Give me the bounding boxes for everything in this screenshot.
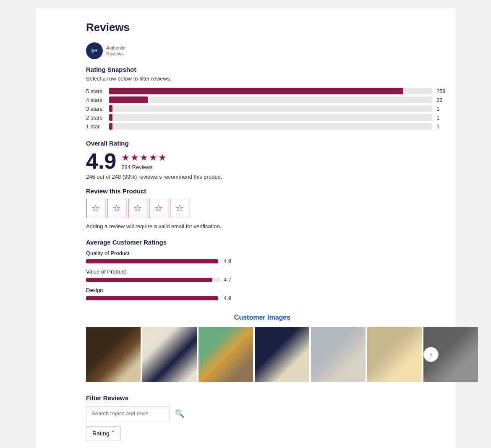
authentic-badge-icon: b+ [86, 42, 103, 59]
filter-hint: Select a row below to filter reviews. [86, 76, 439, 82]
rating-bars: 5 stars 259 4 stars 22 3 stars 1 2 stars… [86, 88, 439, 130]
rating-bar-fill [109, 105, 112, 112]
search-button[interactable]: 🔍 [173, 407, 186, 420]
attr-bar-row: 4.9 [86, 295, 439, 301]
customer-images-title: Customer Images [86, 314, 439, 321]
star-5: ★ [158, 152, 167, 163]
rating-row-label: 1 star [86, 123, 109, 130]
customer-image-thumb[interactable] [311, 327, 366, 382]
big-rating-score: 4.9 [86, 150, 116, 172]
overall-rating-row: 4.9 ★ ★ ★ ★ ★ 284 Reviews [86, 150, 439, 172]
rating-row[interactable]: 3 stars 1 [86, 105, 439, 112]
rating-bar-fill [109, 88, 403, 94]
customer-image-thumb[interactable] [367, 327, 422, 382]
customer-images-section: Customer Images › [86, 314, 439, 382]
rating-bar-track [109, 96, 432, 103]
review-product-title: Review this Product [86, 188, 439, 195]
attr-row: Quality of Product 4.9 [86, 250, 439, 264]
customer-image-thumb[interactable] [255, 327, 309, 382]
reviews-section: Reviews b+ Authentic Reviews Rating Snap… [36, 8, 455, 448]
rating-row[interactable]: 2 stars 1 [86, 114, 439, 121]
attr-bar-track [86, 278, 220, 282]
rating-row[interactable]: 4 stars 22 [86, 96, 439, 103]
overall-stars: ★ ★ ★ ★ ★ [121, 152, 167, 163]
overall-rating-title: Overall Rating [86, 140, 439, 147]
star-btn-1[interactable]: ☆ [86, 199, 105, 218]
rating-snapshot-title: Rating Snapshot [86, 66, 439, 73]
filter-reviews-title: Filter Reviews [86, 394, 439, 401]
star-btn-5[interactable]: ☆ [170, 199, 189, 218]
rating-bar-track [109, 105, 432, 112]
star-1: ★ [121, 152, 130, 163]
email-note: Adding a review will require a valid ema… [86, 223, 439, 229]
attr-bar-row: 4.7 [86, 276, 439, 283]
attr-row: Value of Product 4.7 [86, 268, 439, 283]
attr-bar-row: 4.9 [86, 258, 439, 264]
attr-value: 4.9 [224, 258, 231, 264]
avg-ratings-title: Average Customer Ratings [86, 239, 439, 246]
customer-image-thumb[interactable] [142, 327, 197, 382]
rating-row-label: 5 stars [86, 88, 109, 94]
rating-bar-track [109, 114, 432, 121]
authentic-badge: b+ Authentic Reviews [86, 42, 439, 59]
rating-bar-track [109, 123, 432, 130]
star-btn-3[interactable]: ☆ [128, 199, 147, 218]
attr-bar-fill [86, 259, 218, 263]
customer-images-row: › [86, 327, 439, 382]
review-count: 284 Reviews [121, 164, 167, 170]
star-2: ★ [131, 152, 139, 163]
images-next-button[interactable]: › [423, 347, 439, 362]
attr-row: Design 4.9 [86, 287, 439, 301]
star-4: ★ [149, 152, 157, 163]
avg-ratings-attrs: Quality of Product 4.9 Value of Product … [86, 250, 439, 301]
rating-bar-count: 1 [436, 106, 439, 112]
rating-bar-fill [109, 114, 112, 121]
customer-image-thumb[interactable] [86, 327, 141, 382]
filter-reviews-section: Filter Reviews 🔍 Rating ˅ 1 – 8 of 284 R… [86, 394, 439, 448]
rating-row[interactable]: 5 stars 259 [86, 88, 439, 94]
authentic-badge-text: Authentic Reviews [106, 45, 125, 57]
rating-filter-button[interactable]: Rating ˅ [86, 426, 121, 440]
page-container: Reviews b+ Authentic Reviews Rating Snap… [0, 0, 491, 448]
stars-and-count: ★ ★ ★ ★ ★ 284 Reviews [121, 152, 167, 170]
rating-bar-fill [109, 123, 112, 130]
rating-row[interactable]: 1 star 1 [86, 123, 439, 130]
rating-bar-count: 259 [436, 88, 446, 94]
attr-bar-track [86, 259, 220, 263]
attr-label: Design [86, 287, 439, 293]
star-btn-2[interactable]: ☆ [107, 199, 126, 218]
attr-bar-track [86, 296, 220, 300]
attr-value: 4.7 [224, 276, 231, 283]
attr-value: 4.9 [224, 295, 231, 301]
rating-bar-count: 1 [436, 115, 439, 121]
star-btn-4[interactable]: ☆ [149, 199, 168, 218]
attr-label: Quality of Product [86, 250, 439, 256]
star-3: ★ [140, 152, 148, 163]
attr-bar-fill [86, 278, 212, 282]
rating-row-label: 2 stars [86, 115, 109, 121]
rating-row-label: 4 stars [86, 97, 109, 103]
reviews-title: Reviews [86, 21, 439, 34]
search-row: 🔍 [86, 406, 439, 420]
rating-row-label: 3 stars [86, 106, 109, 112]
customer-image-thumb[interactable] [198, 327, 253, 382]
recommend-text: 246 out of 248 (99%) reviewers recommend… [86, 174, 439, 180]
rating-filter-label: Rating [92, 430, 109, 437]
star-rating-buttons: ☆ ☆ ☆ ☆ ☆ [86, 199, 439, 218]
attr-label: Value of Product [86, 268, 439, 275]
search-input[interactable] [86, 406, 170, 420]
rating-filter-chevron: ˅ [112, 430, 115, 437]
rating-bar-fill [109, 96, 148, 103]
rating-bar-count: 1 [436, 123, 439, 130]
rating-bar-track [109, 88, 432, 94]
rating-bar-count: 22 [436, 97, 442, 103]
attr-bar-fill [86, 296, 218, 300]
search-icon: 🔍 [175, 409, 184, 418]
